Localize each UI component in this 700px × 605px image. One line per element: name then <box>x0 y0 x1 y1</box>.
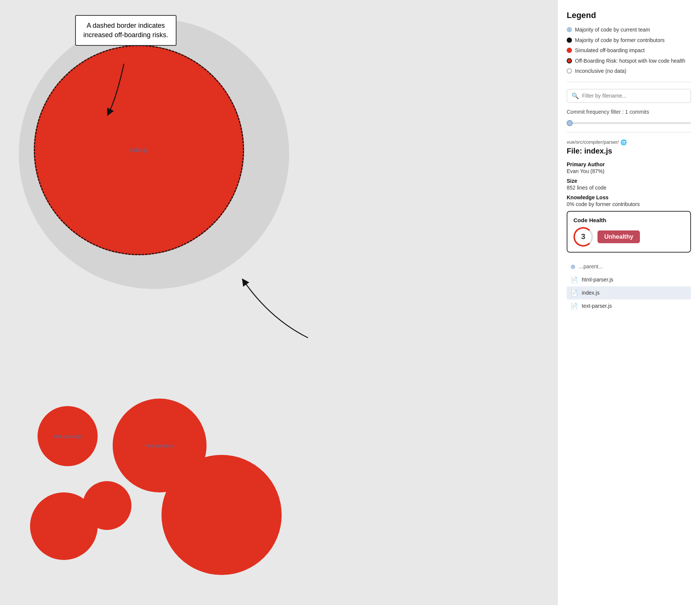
file-list-item-index[interactable]: 📄 index.js <box>567 286 691 299</box>
divider-1 <box>567 82 691 82</box>
primary-author-section: Primary Author Evan You (87%) <box>567 161 691 174</box>
file-path-text: vue/src/compiler/parser/ <box>567 139 619 145</box>
globe-icon: 🌐 <box>620 139 627 145</box>
legend-item-inconclusive: Inconclusive (no data) <box>567 68 691 75</box>
sidebar-panel: Legend Majority of code by current team … <box>557 0 700 605</box>
legend-title: Legend <box>567 11 691 20</box>
legend-dot-red-black <box>567 58 572 63</box>
primary-author-label: Primary Author <box>567 161 691 167</box>
text-parser-label: text-parser.js <box>54 433 81 439</box>
file-name-html-parser: html-parser.js <box>582 277 613 283</box>
file-list-item-html-parser[interactable]: 📄 html-parser.js <box>567 273 691 286</box>
legend-section: Legend Majority of code by current team … <box>567 11 691 75</box>
legend-label-inconclusive: Inconclusive (no data) <box>575 68 626 75</box>
circle-bottom-right[interactable] <box>161 455 282 575</box>
main-circle-index-js[interactable]: index.js <box>34 45 244 255</box>
file-icon-text-parser: 📄 <box>570 302 578 310</box>
legend-item-simulated: Simulated off-boarding impact <box>567 47 691 54</box>
size-label: Size <box>567 178 691 184</box>
legend-dot-black <box>567 38 572 43</box>
search-input[interactable] <box>582 93 686 99</box>
knowledge-loss-value: 0% code by former contributors <box>567 201 691 207</box>
file-name-index: index.js <box>582 290 599 296</box>
health-score: 3 <box>573 227 593 247</box>
primary-author-value: Evan You (87%) <box>567 168 691 174</box>
search-icon: 🔍 <box>572 92 579 99</box>
legend-item-offboarding-risk: Off-Boarding Risk: hotspot with low code… <box>567 57 691 65</box>
search-box[interactable]: 🔍 <box>567 89 691 103</box>
file-icon-html-parser: 📄 <box>570 276 578 283</box>
tooltip-text: A dashed border indicatesincreased off-b… <box>83 22 168 39</box>
legend-dot-empty <box>567 68 572 74</box>
slider-container <box>567 119 691 125</box>
code-health-content: 3 Unhealthy <box>573 227 684 247</box>
legend-label-simulated: Simulated off-boarding impact <box>575 47 645 54</box>
legend-label-offboarding: Off-Boarding Risk: hotspot with low code… <box>575 57 685 65</box>
legend-label-former: Majority of code by former contributors <box>575 37 665 44</box>
file-list: ⊕ ...parent... 📄 html-parser.js 📄 index.… <box>567 260 691 313</box>
legend-dot-red <box>567 48 572 53</box>
code-health-box: Code Health 3 Unhealthy <box>567 211 691 253</box>
html-parser-label: html-parser.js <box>145 443 174 448</box>
legend-label-current-team: Majority of code by current team <box>575 26 650 34</box>
code-health-title: Code Health <box>573 217 684 223</box>
parent-icon: ⊕ <box>570 263 575 270</box>
health-score-value: 3 <box>581 232 585 241</box>
commit-frequency-slider[interactable] <box>567 122 691 124</box>
visualization-panel: A dashed border indicatesincreased off-b… <box>0 0 557 605</box>
tooltip-box: A dashed border indicatesincreased off-b… <box>75 15 177 46</box>
size-value: 852 lines of code <box>567 185 691 191</box>
parent-label: ...parent... <box>579 263 603 269</box>
file-title: File: index.js <box>567 147 691 155</box>
divider-2 <box>567 132 691 132</box>
knowledge-loss-label: Knowledge Loss <box>567 194 691 200</box>
size-section: Size 852 lines of code <box>567 178 691 191</box>
circle-text-parser[interactable]: text-parser.js <box>38 406 98 466</box>
file-icon-index: 📄 <box>570 289 578 296</box>
legend-item-former: Majority of code by former contributors <box>567 37 691 44</box>
legend-item-current-team: Majority of code by current team <box>567 26 691 34</box>
legend-dot-blue <box>567 27 572 32</box>
main-circle-label: index.js <box>130 147 148 153</box>
file-name-text-parser: text-parser.js <box>582 303 612 309</box>
file-list-item-text-parser[interactable]: 📄 text-parser.js <box>567 299 691 313</box>
commit-filter-label: Commit frequency filter : 1 commits <box>567 109 691 115</box>
knowledge-loss-section: Knowledge Loss 0% code by former contrib… <box>567 194 691 207</box>
file-path: vue/src/compiler/parser/ 🌐 <box>567 139 691 145</box>
health-badge: Unhealthy <box>597 230 640 243</box>
file-list-parent[interactable]: ⊕ ...parent... <box>567 260 691 273</box>
circle-bottom-mid[interactable] <box>83 481 131 530</box>
